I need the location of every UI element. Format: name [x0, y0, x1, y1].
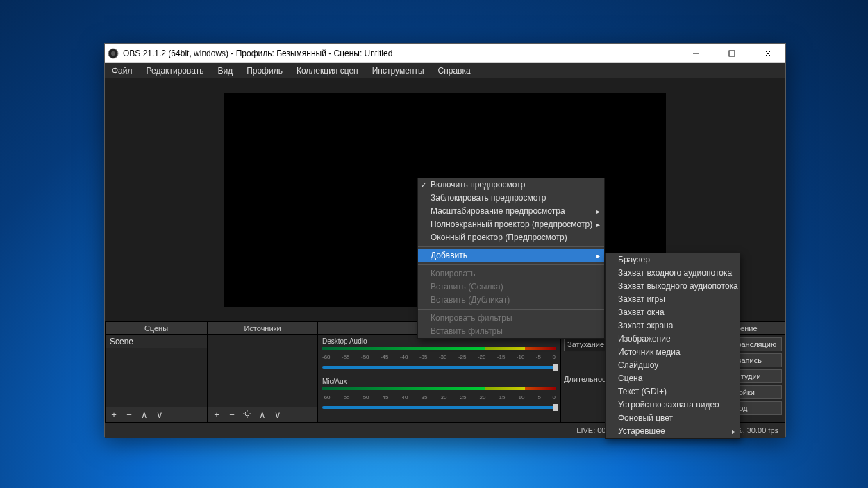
cm-fullscreen-projector[interactable]: Полноэкранный проектор (предпросмотр)	[418, 218, 604, 231]
mixer-label: Mic/Aux	[322, 378, 556, 385]
cm-copy: Копировать	[418, 267, 604, 280]
svg-point-1	[111, 51, 115, 56]
app-window: OBS 21.1.2 (64bit, windows) - Профиль: Б…	[104, 43, 786, 437]
sources-panel: Источники + − ∧ ∨	[208, 321, 317, 423]
scenes-header: Сцены	[106, 322, 207, 335]
window-title: OBS 21.1.2 (64bit, windows) - Профиль: Б…	[123, 49, 684, 58]
sub-text-gdi[interactable]: Текст (GDI+)	[606, 385, 740, 398]
source-down-button[interactable]: ∨	[272, 410, 283, 420]
scene-up-button[interactable]: ∧	[139, 410, 150, 420]
cm-preview-scaling[interactable]: Масштабирование предпросмотра	[418, 205, 604, 218]
mixer-body: Desktop Audio -60-55-50-45-40-35-30-25-2…	[318, 335, 560, 422]
scenes-list[interactable]: Scene	[106, 335, 207, 407]
window-controls	[684, 47, 783, 60]
meter-ticks: -60-55-50-45-40-35-30-25-20-15-10-50	[322, 354, 556, 360]
menu-scene-collection[interactable]: Коллекция сцен	[294, 65, 361, 77]
cm-windowed-projector[interactable]: Оконный проектор (Предпросмотр)	[418, 231, 604, 244]
source-settings-button[interactable]	[242, 410, 253, 420]
scene-item[interactable]: Scene	[106, 335, 207, 348]
sources-header: Источники	[208, 322, 317, 335]
scene-down-button[interactable]: ∨	[154, 410, 165, 420]
separator	[418, 264, 604, 265]
sub-media-source[interactable]: Источник медиа	[606, 346, 740, 359]
cm-paste-ref: Вставить (Ссылка)	[418, 280, 604, 294]
sub-image[interactable]: Изображение	[606, 333, 740, 346]
source-up-button[interactable]: ∧	[257, 410, 268, 420]
titlebar: OBS 21.1.2 (64bit, windows) - Профиль: Б…	[105, 44, 785, 63]
minimize-button[interactable]	[684, 47, 708, 60]
sub-deprecated[interactable]: Устаревшее	[606, 425, 740, 438]
menu-tools[interactable]: Инструменты	[369, 65, 427, 77]
audio-meter	[322, 387, 556, 393]
sub-audio-input[interactable]: Захват входного аудиопотока	[606, 267, 740, 280]
sub-audio-output[interactable]: Захват выходного аудиопотока	[606, 280, 740, 293]
separator	[418, 309, 604, 310]
sub-video-capture[interactable]: Устройство захвата видео	[606, 398, 740, 412]
add-source-submenu: Браузер Захват входного аудиопотока Захв…	[605, 253, 740, 439]
add-source-button[interactable]: +	[211, 410, 222, 420]
sub-display-capture[interactable]: Захват экрана	[606, 319, 740, 333]
svg-rect-3	[729, 51, 735, 56]
menubar: Файл Редактировать Вид Профиль Коллекция…	[105, 63, 785, 78]
menu-view[interactable]: Вид	[215, 65, 235, 77]
cm-lock-preview[interactable]: Заблокировать предпросмотр	[418, 192, 604, 205]
sub-color-source[interactable]: Фоновый цвет	[606, 412, 740, 425]
sources-list[interactable]	[208, 335, 317, 407]
close-button[interactable]	[756, 47, 780, 60]
cm-add[interactable]: Добавить	[418, 249, 604, 262]
scenes-footer: + − ∧ ∨	[106, 407, 207, 422]
remove-scene-button[interactable]: −	[124, 410, 135, 420]
sub-window-capture[interactable]: Захват окна	[606, 306, 740, 319]
audio-meter	[322, 347, 556, 353]
maximize-button[interactable]	[720, 47, 744, 60]
add-scene-button[interactable]: +	[108, 410, 119, 420]
mixer-channel-desktop: Desktop Audio -60-55-50-45-40-35-30-25-2…	[322, 337, 556, 372]
volume-slider[interactable]	[322, 403, 556, 412]
menu-file[interactable]: Файл	[109, 65, 135, 77]
volume-slider[interactable]	[322, 362, 556, 372]
obs-icon	[108, 48, 119, 59]
sub-scene[interactable]: Сцена	[606, 372, 740, 385]
mixer-channel-mic: Mic/Aux -60-55-50-45-40-35-30-25-20-15-1…	[322, 378, 556, 412]
cm-paste-filters: Вставить фильтры	[418, 325, 604, 338]
sub-browser[interactable]: Браузер	[606, 253, 740, 267]
menu-help[interactable]: Справка	[435, 65, 474, 77]
meter-ticks: -60-55-50-45-40-35-30-25-20-15-10-50	[322, 394, 556, 401]
menu-profile[interactable]: Профиль	[244, 65, 285, 77]
remove-source-button[interactable]: −	[226, 410, 237, 420]
menu-edit[interactable]: Редактировать	[144, 65, 207, 77]
sub-slideshow[interactable]: Слайдшоу	[606, 359, 740, 372]
cm-enable-preview[interactable]: Включить предпросмотр	[418, 178, 604, 192]
scenes-panel: Сцены Scene + − ∧ ∨	[105, 321, 208, 423]
sources-footer: + − ∧ ∨	[208, 407, 317, 422]
cm-paste-dup: Вставить (Дубликат)	[418, 294, 604, 307]
context-menu: Включить предпросмотр Заблокировать пред…	[417, 178, 605, 339]
cm-copy-filters: Копировать фильтры	[418, 312, 604, 325]
sub-game-capture[interactable]: Захват игры	[606, 293, 740, 306]
separator	[418, 246, 604, 247]
svg-point-6	[245, 412, 249, 416]
